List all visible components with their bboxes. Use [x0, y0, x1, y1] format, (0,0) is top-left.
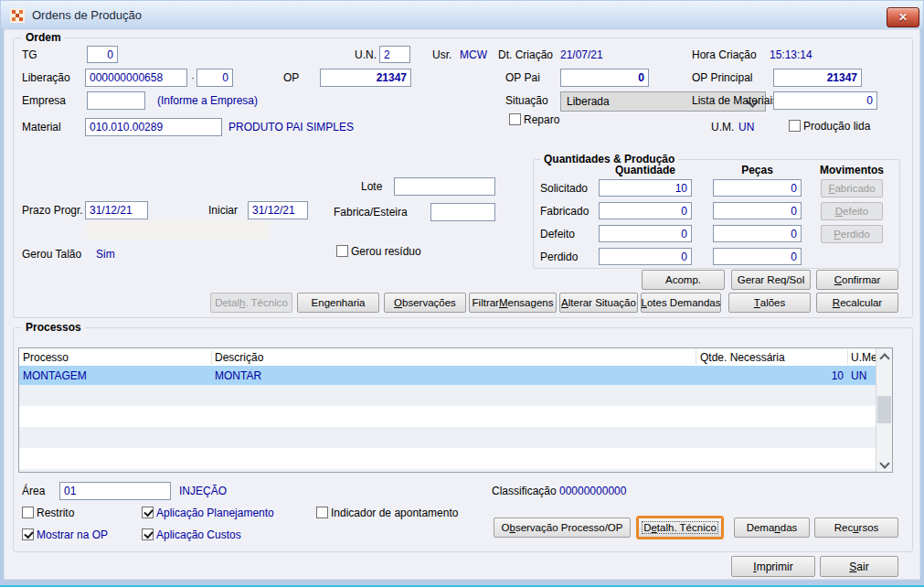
mostrar-na-op-checkbox[interactable] [22, 528, 34, 540]
liberacao-field[interactable]: 000000000658 [85, 69, 187, 87]
table-scrollbar[interactable] [876, 348, 892, 472]
area-label: Área [22, 485, 45, 497]
sair-button[interactable]: Sair [820, 556, 898, 577]
dt-criacao-value: 21/07/21 [560, 48, 603, 61]
column-divider [211, 349, 212, 365]
fabricado-label: Fabricado [540, 205, 589, 218]
aplicacao-custos-label: Aplicação Custos [156, 528, 241, 541]
perdido-quantidade-field[interactable]: 0 [599, 248, 692, 265]
engenharia-button[interactable]: Engenharia [297, 293, 379, 313]
fabricado-mov-button: Fabricado [821, 179, 883, 197]
solicitado-quantidade-field[interactable]: 10 [599, 179, 692, 197]
gerou-residuo-checkbox[interactable] [336, 245, 348, 257]
indicador-apontamento-checkbox[interactable] [316, 507, 328, 518]
un-field[interactable]: 2 [379, 46, 410, 63]
restrito-checkbox[interactable] [22, 507, 34, 518]
empresa-label: Empresa [22, 94, 66, 107]
window-title: Ordens de Produção [32, 8, 142, 22]
lotes-demandas-button[interactable]: Lotes Demandas [641, 293, 721, 313]
op-principal-label: OP Principal [692, 71, 752, 84]
empty-row [19, 469, 876, 472]
aplicacao-planejamento-checkbox[interactable] [142, 507, 154, 518]
table-row-selected[interactable]: MONTAGEM MONTAR 10 UN [19, 366, 876, 385]
recursos-button[interactable]: Recursos [814, 518, 898, 538]
close-icon: ✕ [898, 11, 908, 24]
column-divider [847, 349, 848, 365]
observacao-processo-op-button[interactable]: Observação Processo/OP [494, 518, 631, 538]
hora-criacao-label: Hora Criação [692, 48, 757, 61]
aplicacao-custos-checkbox[interactable] [142, 528, 154, 540]
um-value: UN [738, 121, 754, 133]
detalh-tecnico-processo-button[interactable]: Detalh. Técnico [637, 517, 723, 539]
recalcular-button[interactable]: Recalcular [816, 293, 898, 313]
um-label: U.M. [711, 121, 734, 133]
hora-criacao-value: 15:13:14 [770, 48, 812, 61]
empty-row [19, 427, 876, 448]
perdido-label: Perdido [540, 251, 578, 263]
column-divider [696, 349, 696, 365]
ordem-group-title: Ordem [22, 31, 65, 44]
tg-field[interactable]: 0 [87, 46, 118, 63]
liberacao-separator: · [191, 71, 195, 84]
taloes-button[interactable]: Talões [728, 293, 811, 313]
cell-processo: MONTAGEM [23, 369, 87, 382]
alterar-situacao-button[interactable]: Alterar Situação [559, 293, 638, 313]
col-descricao: Descrição [215, 351, 263, 364]
fabricado-pecas-field[interactable]: 0 [713, 202, 802, 219]
defeito-pecas-field[interactable]: 0 [713, 225, 802, 242]
lote-field[interactable] [394, 177, 495, 196]
solicitado-pecas-field[interactable]: 0 [713, 179, 802, 197]
demandas-button[interactable]: Demandas [734, 518, 810, 538]
empresa-hint: (Informe a Empresa) [157, 94, 258, 107]
cell-descricao: MONTAR [215, 369, 261, 382]
defeito-quantidade-field[interactable]: 0 [599, 225, 692, 242]
col-pecas: Peças [713, 164, 802, 176]
cell-qtde: 10 [696, 369, 844, 382]
reparo-checkbox[interactable] [509, 113, 521, 125]
prazo-field[interactable]: 31/12/21 [85, 201, 148, 219]
scroll-up-button[interactable] [876, 348, 892, 364]
filtrar-mensagens-button[interactable]: Filtrar Mensagens [469, 293, 557, 313]
aplicacao-planejamento-label: Aplicação Planejamento [156, 507, 274, 519]
liberacao-seq-field[interactable]: 0 [196, 69, 233, 87]
title-bar[interactable]: Ordens de Produção ✕ [1, 1, 923, 30]
op-label: OP [283, 71, 299, 84]
material-desc: PRODUTO PAI SIMPLES [228, 121, 354, 133]
area-field[interactable]: 01 [59, 482, 171, 500]
empresa-field[interactable] [87, 91, 145, 110]
observacoes-button[interactable]: Observações [384, 293, 466, 313]
op-field[interactable]: 21347 [320, 69, 411, 87]
mostrar-na-op-label: Mostrar na OP [37, 528, 108, 541]
scrollbar-thumb[interactable] [877, 396, 891, 423]
processos-table: Processo Descrição Qtde. Necessária U.Me… [18, 347, 893, 473]
classificacao-label: Classificação [492, 485, 557, 497]
confirmar-button[interactable]: Confirmar [816, 270, 898, 290]
lista-materiais-label: Lista de Materiais [692, 94, 778, 107]
disabled-area [87, 220, 270, 240]
producao-lida-checkbox[interactable] [789, 120, 801, 132]
tg-label: TG [22, 48, 37, 61]
perdido-pecas-field[interactable]: 0 [713, 248, 802, 265]
lista-materiais-field[interactable]: 0 [773, 91, 877, 110]
iniciar-field[interactable]: 31/12/21 [248, 201, 308, 219]
acomp-button[interactable]: Acomp. [642, 270, 725, 290]
processos-group-title: Processos [22, 321, 85, 334]
fabricado-quantidade-field[interactable]: 0 [599, 202, 692, 219]
op-principal-field[interactable]: 21347 [773, 69, 862, 87]
gerar-req-sol-button[interactable]: Gerar Req/Sol [731, 270, 811, 290]
chevron-up-icon [879, 353, 889, 363]
op-pai-field[interactable]: 0 [560, 69, 649, 87]
imprimir-button[interactable]: Imprimir [731, 556, 815, 577]
perdido-mov-button: Perdido [821, 225, 883, 243]
prazo-label: Prazo Progr. [22, 204, 83, 217]
scroll-down-button[interactable] [876, 456, 892, 472]
cell-umed: UN [851, 369, 866, 382]
fabrica-field[interactable] [430, 203, 495, 221]
situacao-value: Liberada [567, 95, 610, 108]
detalh-tecnico-op-button: Detalh. Técnico [210, 293, 292, 313]
close-button[interactable]: ✕ [887, 7, 919, 27]
gerou-residuo-label: Gerou resíduo [351, 245, 421, 258]
material-label: Material [22, 121, 61, 133]
material-field[interactable]: 010.010.00289 [85, 118, 222, 136]
col-quantidade: Quantidade [599, 164, 692, 176]
